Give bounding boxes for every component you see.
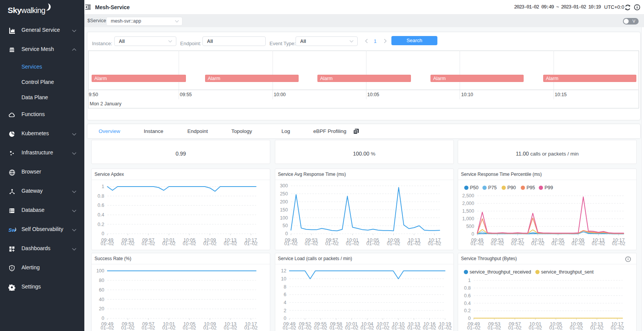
svg-text:01–02: 01–02 xyxy=(491,241,504,246)
svg-text:01–02: 01–02 xyxy=(391,325,405,331)
svg-text:300: 300 xyxy=(280,183,288,188)
svg-text:01–02: 01–02 xyxy=(467,325,481,331)
svg-text:01–02: 01–02 xyxy=(121,241,135,246)
svg-text:01–02: 01–02 xyxy=(428,241,441,246)
svg-text:01–02: 01–02 xyxy=(162,325,176,331)
svg-text:01–02: 01–02 xyxy=(142,241,155,246)
svg-text:01–02: 01–02 xyxy=(360,325,374,331)
svg-text:0: 0 xyxy=(285,231,288,236)
svg-text:01–02: 01–02 xyxy=(572,241,585,246)
svg-text:01–02: 01–02 xyxy=(592,241,605,246)
svg-text:01–02: 01–02 xyxy=(101,241,114,246)
svg-text:0.4: 0.4 xyxy=(98,212,104,218)
svg-text:60: 60 xyxy=(99,287,104,293)
svg-text:01–02: 01–02 xyxy=(183,241,196,246)
svg-text:2: 2 xyxy=(284,308,286,313)
svg-text:0: 0 xyxy=(102,316,104,321)
svg-text:100: 100 xyxy=(96,268,104,274)
svg-text:P75: P75 xyxy=(488,185,497,190)
svg-text:01–02: 01–02 xyxy=(471,241,484,246)
svg-text:01–02: 01–02 xyxy=(407,325,421,331)
svg-text:01–02: 01–02 xyxy=(283,325,296,331)
svg-text:01–02: 01–02 xyxy=(407,241,421,246)
svg-text:40: 40 xyxy=(99,297,104,302)
svg-text:01–02: 01–02 xyxy=(611,325,624,331)
svg-text:1,000: 1,000 xyxy=(462,216,474,221)
svg-text:01–02: 01–02 xyxy=(423,325,436,331)
svg-text:1,500: 1,500 xyxy=(462,208,474,214)
svg-text:0.2: 0.2 xyxy=(464,308,471,313)
svg-text:0: 0 xyxy=(284,316,286,321)
svg-text:01–02: 01–02 xyxy=(549,325,563,331)
svg-text:01–02: 01–02 xyxy=(101,325,114,331)
svg-text:2,500: 2,500 xyxy=(462,193,474,198)
svg-text:0.6: 0.6 xyxy=(464,293,471,298)
svg-text:01–02: 01–02 xyxy=(438,325,452,331)
svg-text:01–02: 01–02 xyxy=(325,241,338,246)
svg-text:12: 12 xyxy=(281,268,286,274)
svg-text:01–02: 01–02 xyxy=(511,241,524,246)
svg-text:0.4: 0.4 xyxy=(464,301,471,306)
svg-text:01–02: 01–02 xyxy=(121,325,135,331)
svg-text:01–02: 01–02 xyxy=(329,325,343,331)
svg-text:01–02: 01–02 xyxy=(244,325,258,331)
svg-text:01–02: 01–02 xyxy=(345,325,358,331)
svg-text:0.6: 0.6 xyxy=(98,203,104,208)
svg-text:0.8: 0.8 xyxy=(464,285,471,291)
svg-text:service_throughput_sent: service_throughput_sent xyxy=(541,269,594,275)
svg-text:0.8: 0.8 xyxy=(98,193,104,199)
svg-text:01–02: 01–02 xyxy=(531,241,545,246)
svg-text:01–02: 01–02 xyxy=(612,241,625,246)
svg-text:01–02: 01–02 xyxy=(142,325,155,331)
svg-text:01–02: 01–02 xyxy=(590,325,604,331)
svg-text:P50: P50 xyxy=(470,185,478,190)
svg-text:01–02: 01–02 xyxy=(570,325,583,331)
svg-text:P90: P90 xyxy=(508,185,516,190)
svg-text:150: 150 xyxy=(280,207,288,213)
svg-text:01–02: 01–02 xyxy=(508,325,522,331)
svg-text:0: 0 xyxy=(468,316,471,321)
svg-text:01–02: 01–02 xyxy=(224,241,237,246)
svg-text:1: 1 xyxy=(468,278,471,283)
svg-text:2,000: 2,000 xyxy=(462,201,474,206)
svg-text:50: 50 xyxy=(283,223,288,228)
svg-text:01–02: 01–02 xyxy=(366,241,380,246)
svg-text:01–02: 01–02 xyxy=(551,241,565,246)
svg-text:0: 0 xyxy=(472,231,474,237)
svg-text:01–02: 01–02 xyxy=(346,241,359,246)
svg-text:80: 80 xyxy=(99,278,104,283)
svg-text:10: 10 xyxy=(281,276,286,282)
svg-text:01–02: 01–02 xyxy=(284,241,297,246)
svg-text:01–02: 01–02 xyxy=(314,325,327,331)
svg-text:01–02: 01–02 xyxy=(305,241,318,246)
svg-text:4: 4 xyxy=(284,300,286,305)
svg-text:01–02: 01–02 xyxy=(387,241,400,246)
svg-text:01–02: 01–02 xyxy=(203,325,217,331)
svg-text:500: 500 xyxy=(466,224,474,229)
svg-text:01–02: 01–02 xyxy=(488,325,501,331)
svg-text:0: 0 xyxy=(102,231,104,236)
svg-text:20: 20 xyxy=(99,306,104,311)
svg-text:01–02: 01–02 xyxy=(244,241,258,246)
svg-text:200: 200 xyxy=(280,199,288,205)
svg-text:01–02: 01–02 xyxy=(529,325,542,331)
svg-text:01–02: 01–02 xyxy=(224,325,237,331)
svg-text:01–02: 01–02 xyxy=(376,325,389,331)
svg-text:service_throughput_received: service_throughput_received xyxy=(470,269,531,275)
svg-text:01–02: 01–02 xyxy=(298,325,312,331)
svg-text:0.2: 0.2 xyxy=(98,222,104,227)
svg-text:1: 1 xyxy=(102,184,104,189)
svg-text:100: 100 xyxy=(280,215,288,221)
svg-text:250: 250 xyxy=(280,191,288,197)
svg-text:01–02: 01–02 xyxy=(203,241,217,246)
svg-text:P99: P99 xyxy=(545,185,553,190)
svg-text:Sw: Sw xyxy=(8,227,16,233)
svg-text:P95: P95 xyxy=(527,185,535,190)
svg-text:01–02: 01–02 xyxy=(183,325,196,331)
svg-text:01–02: 01–02 xyxy=(162,241,176,246)
svg-text:6: 6 xyxy=(284,292,286,297)
svg-text:8: 8 xyxy=(284,284,286,290)
